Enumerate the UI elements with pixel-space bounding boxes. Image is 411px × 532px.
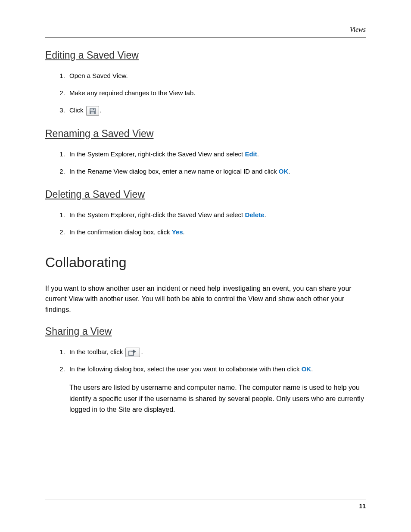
step-text: .: [264, 211, 266, 218]
step-text: .: [183, 228, 185, 236]
step-text: .: [311, 365, 313, 373]
step-item: In the following dialog box, select the …: [67, 364, 366, 415]
page-footer: 11: [45, 500, 366, 510]
step-text: .: [141, 348, 143, 355]
step-item: Open a Saved View.: [67, 71, 366, 81]
step-text: .: [257, 150, 259, 158]
step-text: In the following dialog box, select the …: [69, 365, 302, 373]
heading-renaming-saved-view: Renaming a Saved View: [45, 128, 366, 140]
running-header: Views: [45, 26, 366, 34]
action-ok: OK: [302, 365, 311, 373]
document-page: Views Editing a Saved View Open a Saved …: [0, 0, 411, 532]
steps-deleting: In the System Explorer, right-click the …: [45, 210, 366, 237]
paragraph-collaborating-intro: If you want to show another user an inci…: [45, 283, 366, 315]
step-item: In the System Explorer, right-click the …: [67, 149, 366, 159]
action-edit: Edit: [245, 150, 257, 158]
footer-rule: [45, 500, 366, 500]
action-ok: OK: [279, 168, 289, 175]
step-text: .: [288, 168, 290, 175]
step-item: Make any required changes to the View ta…: [67, 88, 366, 98]
page-number: 11: [45, 503, 366, 510]
steps-editing: Open a Saved View. Make any required cha…: [45, 71, 366, 116]
step-text: In the System Explorer, right-click the …: [69, 211, 245, 218]
step-item: Click .: [67, 105, 366, 116]
heading-deleting-saved-view: Deleting a Saved View: [45, 189, 366, 200]
action-delete: Delete: [245, 211, 264, 218]
step-item: In the confirmation dialog box, click Ye…: [67, 227, 366, 237]
floppy-disk-icon: [89, 108, 96, 115]
step-text: .: [100, 106, 102, 114]
step-item: In the toolbar, click .: [67, 347, 366, 357]
heading-sharing-a-view: Sharing a View: [45, 326, 366, 337]
share-arrow-icon: [128, 349, 137, 356]
svg-rect-1: [90, 109, 95, 111]
step-text: In the Rename View dialog box, enter a n…: [69, 168, 279, 175]
heading-editing-saved-view: Editing a Saved View: [45, 50, 366, 61]
heading-collaborating: Collaborating: [45, 255, 366, 271]
svg-rect-2: [91, 112, 94, 114]
step-note: The users are listed by username and com…: [69, 382, 366, 415]
svg-rect-3: [93, 109, 94, 110]
step-text: In the toolbar, click: [69, 348, 125, 355]
steps-sharing: In the toolbar, click . In the following…: [45, 347, 366, 415]
step-item: In the System Explorer, right-click the …: [67, 210, 366, 220]
step-item: In the Rename View dialog box, enter a n…: [67, 166, 366, 177]
save-icon-button: [86, 106, 99, 116]
steps-renaming: In the System Explorer, right-click the …: [45, 149, 366, 177]
step-text: Click: [69, 106, 85, 114]
step-text: In the confirmation dialog box, click: [69, 228, 172, 236]
step-text: In the System Explorer, right-click the …: [69, 150, 245, 158]
action-yes: Yes: [172, 228, 183, 236]
header-rule: [45, 37, 366, 37]
share-icon-button: [125, 348, 140, 357]
